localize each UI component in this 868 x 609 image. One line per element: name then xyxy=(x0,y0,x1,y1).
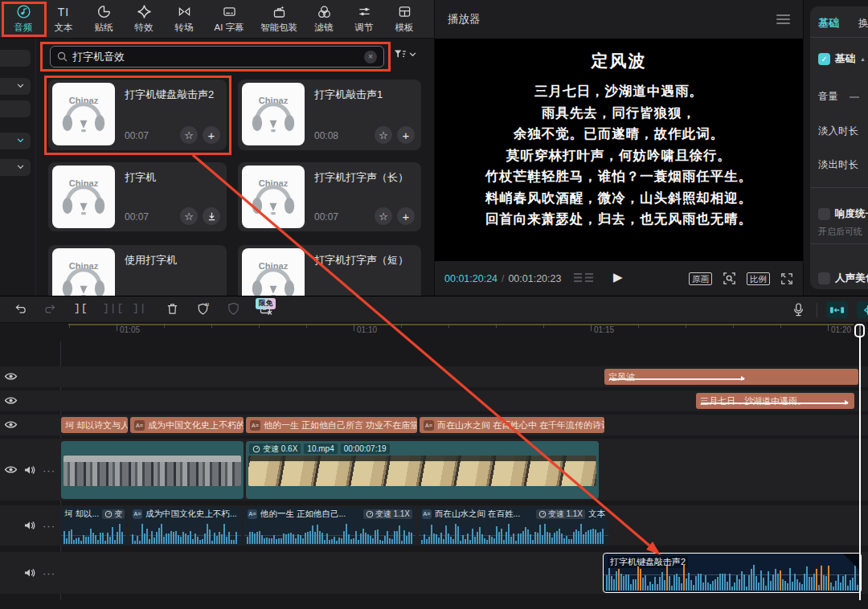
favorite-star-button[interactable]: ☆ xyxy=(180,126,198,144)
tool-effects[interactable]: 特效 xyxy=(124,1,164,38)
inspector-panel: 基础 换 ✓ 基础 ▲ 音量 淡入时长 淡出时长 xyxy=(804,0,868,296)
ruler-label: 01:10 xyxy=(357,325,377,334)
chevron-down-icon xyxy=(17,84,24,88)
track-visibility-icon[interactable] xyxy=(4,464,18,475)
voice-beautify-label: 人声美化 xyxy=(835,272,868,285)
audio-card[interactable]: Chinaz打字机打字声（长）00:07☆+ xyxy=(238,162,421,231)
tab-basic[interactable]: 基础 xyxy=(818,16,839,31)
clear-search-icon[interactable]: × xyxy=(364,51,377,63)
add-to-timeline-button[interactable]: + xyxy=(397,207,415,225)
tool-template[interactable]: 模板 xyxy=(384,1,424,38)
audio-card[interactable]: Chinaz打字机00:07☆ xyxy=(48,162,227,231)
tool-adjust[interactable]: 调节 xyxy=(344,1,384,38)
fullscreen-icon[interactable] xyxy=(780,272,793,285)
clip-extra-label: 文本 xyxy=(588,509,605,520)
undo-button[interactable] xyxy=(14,302,27,316)
video-clip[interactable]: 变速 0.6X10.mp400:00:07:19 xyxy=(246,441,599,499)
link-toggle-button[interactable] xyxy=(857,301,868,318)
tool-text[interactable]: TI文本 xyxy=(43,1,84,38)
audio-card[interactable]: Chinaz打字机键盘敲击声200:07☆+ xyxy=(48,80,227,150)
original-quality-button[interactable]: 原画 xyxy=(689,272,712,285)
waveform xyxy=(132,524,239,544)
track-more-icon[interactable]: ··· xyxy=(43,520,55,532)
split-delete-left-button[interactable]: ]|[ xyxy=(103,302,124,314)
tab-voice-change[interactable]: 换 xyxy=(858,16,868,31)
poem-line: 竹杖芒鞋轻胜马，谁怕？一蓑烟雨任平生。 xyxy=(435,166,803,187)
tool-transition[interactable]: 转场 xyxy=(164,1,204,38)
tool-label: 特效 xyxy=(135,22,154,34)
tts-audio-clip[interactable]: A≡而在山水之间 在百姓...变速 1.1X文本 xyxy=(419,507,608,546)
audio-thumbnail: Chinaz xyxy=(52,166,115,228)
delete-button[interactable] xyxy=(166,302,179,316)
video-clip[interactable] xyxy=(61,441,244,499)
search-field[interactable] xyxy=(72,51,359,63)
caption-clip[interactable]: 坷 却以诗文与人 xyxy=(61,417,128,433)
divider xyxy=(810,37,868,38)
caption-clip[interactable]: A≡他的一生 正如他自己所言 功业不在庙堂之 xyxy=(246,417,417,433)
audio-card[interactable]: Chinaz打字机敲击声100:08☆+ xyxy=(238,80,421,150)
filter-button[interactable] xyxy=(394,49,416,59)
track-visibility-icon[interactable] xyxy=(4,419,18,430)
ratio-button[interactable]: 比例 xyxy=(747,272,770,285)
tool-ai-captions[interactable]: AI 字幕 xyxy=(204,1,254,38)
audio-clip-header: A≡而在山水之间 在百姓...变速 1.1X文本 xyxy=(419,507,608,519)
track-visibility-icon[interactable] xyxy=(4,395,18,406)
chevron-down-icon xyxy=(409,52,416,57)
favorite-star-button[interactable]: ☆ xyxy=(375,207,392,225)
split-delete-right-button[interactable]: ]| xyxy=(133,302,147,314)
tool-smart-package[interactable]: 智能包装 xyxy=(254,1,304,38)
add-to-timeline-button[interactable]: + xyxy=(203,126,220,144)
loudness-checkbox[interactable] xyxy=(818,208,830,220)
sound-effect-clip-selected[interactable]: 打字机键盘敲击声2 xyxy=(603,553,862,593)
library-category-button[interactable] xyxy=(0,50,31,67)
favorite-star-button[interactable]: ☆ xyxy=(375,126,392,144)
audio-card[interactable]: Chinaz打字机打字声（短） xyxy=(238,245,421,296)
audio-thumbnail: Chinaz xyxy=(242,83,305,145)
caption-clip[interactable]: A≡而在山水之间 在百姓心中 在千年流传的诗词 xyxy=(420,417,604,433)
library-category-button[interactable] xyxy=(0,100,31,117)
favorite-star-button[interactable]: ☆ xyxy=(180,207,198,225)
tool-audio[interactable]: 音频 xyxy=(3,1,43,38)
track-more-icon[interactable]: ··· xyxy=(43,567,55,579)
collapse-icon[interactable]: ▲ xyxy=(860,56,866,62)
library-category-button[interactable] xyxy=(0,133,31,149)
basic-checkbox[interactable]: ✓ xyxy=(818,53,830,65)
voice-beautify-checkbox[interactable] xyxy=(818,272,830,284)
tts-audio-clip[interactable]: A≡他的一生 正如他自己...变速 1.1X xyxy=(244,507,416,546)
split-button[interactable]: ][ xyxy=(74,302,88,314)
add-to-timeline-button[interactable]: + xyxy=(397,126,415,144)
playhead[interactable] xyxy=(859,324,861,600)
ai-shield-button[interactable]: AI xyxy=(196,302,210,316)
tool-sticker[interactable]: 贴纸 xyxy=(84,1,124,38)
tool-label: 滤镜 xyxy=(315,22,334,34)
redo-button[interactable] xyxy=(43,302,57,316)
audio-card[interactable]: Chinaz使用打字机 xyxy=(48,245,227,296)
title-text-clip[interactable]: 定风波 xyxy=(604,369,858,385)
library-category-button[interactable] xyxy=(0,78,31,95)
track-more-icon[interactable]: ··· xyxy=(43,464,55,476)
tts-audio-clip[interactable]: 坷 却以...变 xyxy=(61,507,126,546)
track-mute-icon[interactable] xyxy=(23,567,35,578)
snap-toggle-button[interactable] xyxy=(826,301,848,318)
adjust-icon xyxy=(357,4,372,19)
track-mute-icon[interactable] xyxy=(23,464,35,476)
shield-button[interactable] xyxy=(227,302,240,316)
volume-slider[interactable] xyxy=(850,96,859,98)
play-button[interactable]: ▶ xyxy=(613,270,623,284)
timeline-ruler[interactable]: 01:0501:1001:1501:20 xyxy=(0,323,868,341)
tts-audio-clip[interactable]: A≡成为中国文化史上不朽... xyxy=(129,507,241,546)
caption-clip[interactable]: A≡成为中国文化史上不朽的 xyxy=(130,417,244,433)
microphone-button[interactable] xyxy=(792,302,805,317)
library-category-button[interactable] xyxy=(0,159,31,176)
preview-zoom-icon[interactable] xyxy=(723,272,736,285)
tool-filter[interactable]: 滤镜 xyxy=(304,1,344,38)
search-input[interactable]: × xyxy=(50,46,384,67)
track-visibility-icon[interactable] xyxy=(4,371,18,382)
download-button[interactable] xyxy=(203,207,220,225)
subtitle-text-clip[interactable]: 三月七日，沙湖道中遇雨。 xyxy=(696,393,854,409)
render-quality-icon[interactable] xyxy=(573,272,594,284)
player-menu-icon[interactable] xyxy=(776,14,790,24)
playhead-handle[interactable] xyxy=(854,324,865,337)
track-mute-icon[interactable] xyxy=(23,520,35,531)
text-clip-icon: A≡ xyxy=(134,420,145,431)
